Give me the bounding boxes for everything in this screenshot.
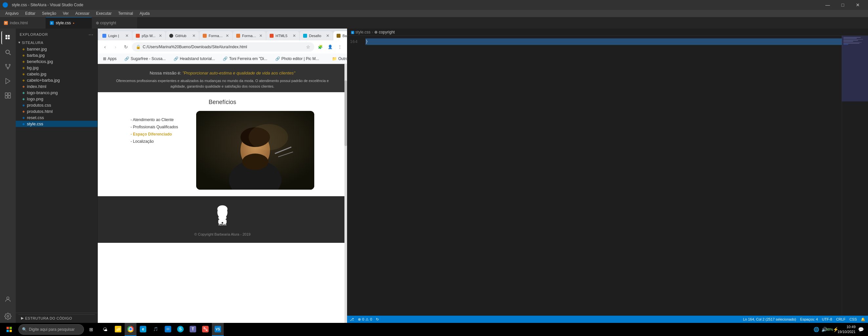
close-button[interactable]: ✕ [850,0,865,10]
activity-extensions[interactable] [1,89,14,102]
battery-icon[interactable]: 98% ⚡ [829,326,836,333]
bookmark-photo[interactable]: 🔗 Photo editor | Pic M... [273,56,322,62]
tab-index-html[interactable]: H index.html ✕ [0,17,46,29]
browser-tab-github-close[interactable]: ✕ [192,33,195,38]
sidebar-structure-section[interactable]: ▶ ESTRUTURA DO CÓDIGO [16,313,97,323]
structure-section-label[interactable]: ▶ ESTRUTURA DO CÓDIGO [19,314,95,322]
browser-tab-formacao1[interactable]: Formaç... ✕ [199,31,232,40]
taskbar-time[interactable]: 10:49 19/10/2021 [837,325,856,335]
menu-ver[interactable]: Ver [60,10,71,17]
minimap[interactable] [842,36,868,316]
browser-tab-html5-close[interactable]: ✕ [292,33,296,38]
status-sync[interactable]: ↻ [376,317,379,322]
file-produtos-html[interactable]: ◈ produtos.html [16,108,97,115]
forward-button[interactable]: › [111,42,120,52]
menu-btn[interactable]: ⋮ [335,42,344,52]
taskbar-edge[interactable]: e [137,323,149,336]
status-spaces[interactable]: Espaços: 4 [800,317,818,321]
taskbar-file-explorer[interactable]: 📁 [112,323,124,336]
network-icon[interactable]: 🌐 [813,326,820,333]
file-cabelo-barba-jpg[interactable]: ◈ cabelo+barba.jpg [16,77,97,83]
scrollbar-thumb[interactable] [344,81,347,146]
bookmark-apps[interactable]: ⊞ Apps [100,56,119,62]
windows-start-button[interactable] [1,323,17,336]
breadcrumb-symbol[interactable]: ⊕ copyright [374,30,395,34]
menu-terminal[interactable]: Terminal [116,10,135,17]
browser-tab-html5[interactable]: HTML5 ✕ [267,31,299,40]
profile-btn[interactable]: 👤 [326,42,335,52]
status-branch[interactable]: ⎇ [350,317,354,322]
file-index-html[interactable]: ◈ index.html [16,83,97,90]
file-beneficios-jpg[interactable]: ◈ beneficios.jpg [16,58,97,65]
activity-settings[interactable] [1,310,14,323]
menu-executar[interactable]: Executar [93,10,114,17]
breadcrumb-file[interactable]: C style.css [351,30,370,34]
taskbar-candy[interactable]: 🍬 [199,323,211,336]
activity-account[interactable] [1,293,14,306]
tab-index-html-close[interactable]: ✕ [31,20,35,26]
browser-tab-desafio-close[interactable]: ✕ [326,33,329,38]
activity-debug[interactable] [1,74,14,88]
sidebar-more-btn[interactable]: ··· [89,32,93,37]
taskbar-search[interactable]: 🔍 Digite aqui para pesquisar [19,324,84,335]
file-produtos-css[interactable]: ◈ produtos.css [16,102,97,108]
taskbar-task-view[interactable]: ⊞ [85,323,98,336]
minimize-button[interactable]: — [820,0,835,10]
browser-tab-login-close[interactable]: ✕ [125,33,129,38]
file-bg-jpg[interactable]: ◈ bg.jpg [16,65,97,71]
browser-tab-p5js-close[interactable]: ✕ [159,33,162,38]
browser-tab-formacao2-close[interactable]: ✕ [259,33,262,38]
bookmark-headstand[interactable]: 🔗 Headstand tutorial... [171,56,217,62]
bookmark-sugarfree[interactable]: 🔗 Sugarfree - Scusa... [122,56,168,62]
status-language[interactable]: CSS [849,317,857,321]
notification-icon[interactable]: 💬 [858,326,864,333]
taskbar-music[interactable]: 🎵 [150,323,161,336]
taskbar-teams[interactable]: T [187,323,199,336]
file-barba-jpg[interactable]: ◈ barba.jpg [16,52,97,58]
tab-copyright[interactable]: ⊕ copyright ✕ [92,17,138,29]
taskbar-skype[interactable]: S [175,323,186,336]
status-line-ending[interactable]: CRLF [836,317,846,321]
tab-style-css-close[interactable]: ✕ [78,20,82,26]
browser-tab-login[interactable]: Login | ✕ [99,31,132,40]
bookmark-star-icon[interactable]: ☆ [306,44,310,50]
menu-ajuda[interactable]: Ajuda [137,10,153,17]
menu-acessar[interactable]: Acessar [72,10,92,17]
menu-arquivo[interactable]: Arquivo [3,10,21,17]
address-bar[interactable]: 🔒 C:/Users/Marina%20Bueno/Downloads/Site… [132,42,314,52]
scrollbar-track[interactable] [344,64,347,323]
activity-explorer[interactable] [1,31,14,44]
file-banner-jpg[interactable]: ◈ banner.jpg [16,46,97,52]
file-cabelo-jpg[interactable]: ◈ cabelo.jpg [16,71,97,77]
status-errors[interactable]: ⊗ 0 ⚠ 0 [358,317,372,322]
activity-search[interactable] [1,45,14,59]
bookmark-toni[interactable]: 🔗 Toni Ferreira em "Di... [220,56,270,62]
file-logo-png[interactable]: ◈ logo.png [16,96,97,102]
status-encoding[interactable]: UTF-8 [822,317,832,321]
file-reset-css[interactable]: ◈ reset.css [16,115,97,121]
website-scroll-area[interactable]: Nossa missão é: "Proporcionar auto-estim… [98,64,347,323]
code-content[interactable]: } [362,36,842,316]
taskbar-chrome[interactable] [125,323,136,336]
browser-tab-formacao1-close[interactable]: ✕ [226,33,229,38]
menu-editar[interactable]: Editar [23,10,38,17]
taskbar-mail[interactable]: ✉ [162,323,174,336]
sidebar-section-sitealura[interactable]: ▾ SITEALURA [16,39,97,46]
browser-tab-desafio[interactable]: Desafio ✕ [300,31,333,40]
activity-source-control[interactable] [1,60,14,73]
maximize-button[interactable]: □ [835,0,850,10]
browser-tab-formacao2[interactable]: Formaç... ✕ [233,31,266,40]
extensions-btn[interactable]: 🧩 [316,42,325,52]
reload-button[interactable]: ↻ [121,42,130,52]
back-button[interactable]: ‹ [100,42,110,52]
browser-tab-github[interactable]: GitHub ✕ [166,31,199,40]
status-position[interactable]: Ln 164, Col 2 (2517 selecionado) [743,317,796,321]
file-style-css[interactable]: ◈ style.css [16,121,97,127]
browser-tab-p5js[interactable]: p5js W... ✕ [132,31,165,40]
file-logo-branco-png[interactable]: ◈ logo-branco.png [16,90,97,96]
code-editor[interactable]: 164 } [347,36,868,316]
taskbar-widgets[interactable]: 🌤 [98,323,112,336]
tab-style-css[interactable]: C style.css ● ✕ [46,17,92,29]
tab-copyright-close[interactable]: ✕ [119,20,123,26]
bookmark-outros[interactable]: 📁 Outros favoritos [329,56,347,62]
